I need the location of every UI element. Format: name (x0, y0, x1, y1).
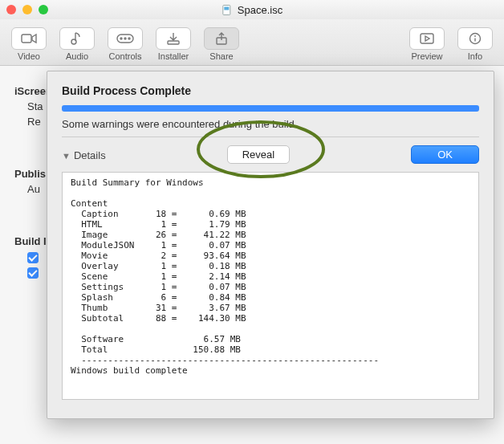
toolbar-info[interactable]: Info (454, 27, 496, 61)
details-label: Details (74, 149, 106, 161)
build-complete-dialog: Build Process Complete Some warnings wer… (47, 71, 494, 419)
build-log[interactable]: Build Summary for Windows Content Captio… (62, 172, 479, 400)
svg-rect-2 (22, 35, 31, 43)
window-title: Space.isc (222, 4, 282, 16)
minimize-window-button[interactable] (22, 5, 32, 14)
toolbar-label: Controls (109, 51, 142, 61)
svg-rect-8 (168, 41, 179, 44)
installer-icon (166, 32, 181, 45)
toolbar-video[interactable]: Video (8, 27, 50, 61)
zoom-window-button[interactable] (39, 5, 48, 14)
progress-bar (62, 105, 479, 112)
preview-icon (420, 33, 434, 44)
toolbar: Video Audio Controls Installer Share Pre… (0, 19, 504, 66)
svg-point-5 (120, 38, 122, 39)
toolbar-label: Audio (66, 51, 88, 61)
details-row: ▼Details Reveal OK (62, 145, 479, 164)
disclosure-triangle[interactable]: ▼Details (62, 148, 106, 162)
separator (62, 136, 479, 137)
audio-icon (70, 31, 84, 46)
svg-rect-4 (117, 35, 133, 43)
controls-icon (116, 33, 134, 44)
svg-point-3 (71, 39, 76, 44)
toolbar-label: Share (209, 51, 233, 61)
toolbar-preview[interactable]: Preview (406, 27, 448, 61)
toolbar-label: Info (468, 51, 482, 61)
toolbar-share[interactable]: Share (201, 27, 242, 61)
close-window-button[interactable] (6, 5, 16, 14)
toolbar-controls[interactable]: Controls (104, 27, 146, 61)
toolbar-label: Installer (158, 51, 189, 61)
info-icon (469, 32, 482, 45)
dialog-message: Some warnings were encountered during th… (62, 118, 479, 130)
svg-point-12 (474, 35, 476, 37)
document-icon (222, 4, 233, 15)
svg-point-6 (124, 38, 126, 39)
reveal-button[interactable]: Reveal (227, 145, 290, 164)
toolbar-label: Preview (411, 51, 442, 61)
window-title-text: Space.isc (238, 4, 282, 16)
chevron-down-icon: ▼ (62, 151, 71, 161)
toolbar-installer[interactable]: Installer (152, 27, 194, 61)
toolbar-audio[interactable]: Audio (56, 27, 98, 61)
window-controls (6, 5, 48, 14)
share-icon (214, 31, 229, 46)
dialog-title: Build Process Complete (62, 84, 479, 97)
app-window: Space.isc Video Audio Controls Installer… (0, 0, 504, 444)
toolbar-label: Video (18, 51, 40, 61)
svg-point-7 (128, 38, 130, 39)
svg-rect-1 (224, 6, 229, 10)
video-icon (21, 32, 37, 45)
titlebar: Space.isc (0, 0, 504, 19)
svg-rect-10 (421, 34, 433, 43)
ok-button[interactable]: OK (411, 145, 479, 164)
